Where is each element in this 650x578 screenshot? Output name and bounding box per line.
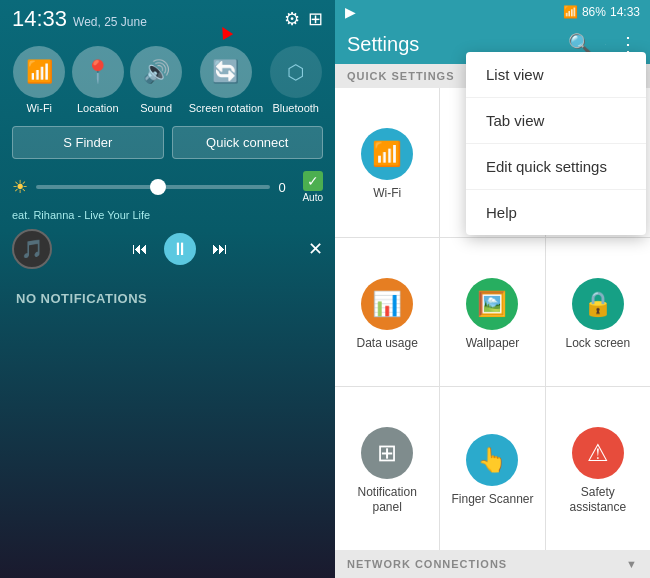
wifi-grid-label: Wi-Fi — [373, 186, 401, 200]
media-close-button[interactable]: ✕ — [308, 238, 323, 260]
no-notifications: NO NOTIFICATIONS — [0, 277, 335, 320]
grid-item-finger-scanner[interactable]: 👆 Finger Scanner — [440, 387, 544, 550]
notification-panel-grid-icon: ⊞ — [361, 427, 413, 479]
bluetooth-icon: ⬡ — [270, 46, 322, 98]
brightness-slider[interactable] — [36, 185, 270, 189]
grid-item-notification-panel[interactable]: ⊞ Notification panel — [335, 387, 439, 550]
quick-icon-bluetooth[interactable]: ⬡ Bluetooth — [270, 46, 322, 114]
auto-label: Auto — [302, 192, 323, 203]
grid-item-lock-screen[interactable]: 🔒 Lock screen — [546, 238, 650, 387]
right-status-icons: 📶 86% 14:33 — [563, 5, 640, 19]
menu-item-help[interactable]: Help — [466, 190, 646, 235]
quick-icon-rotation[interactable]: 🔄 Screen rotation — [189, 46, 264, 114]
grid-icon[interactable]: ⊞ — [308, 8, 323, 30]
menu-item-tab-view[interactable]: Tab view — [466, 98, 646, 144]
quick-icons-bar: 📶 Wi-Fi 📍 Location 🔊 Sound 🔄 Screen rota… — [0, 38, 335, 118]
check-icon: ✓ — [303, 171, 323, 191]
right-status-bar: ▶ 📶 86% 14:33 — [335, 0, 650, 24]
sound-icon: 🔊 — [130, 46, 182, 98]
wallpaper-grid-icon: 🖼️ — [466, 278, 518, 330]
quick-icon-location[interactable]: 📍 Location — [72, 46, 124, 114]
settings-title: Settings — [347, 33, 419, 56]
brightness-row: ☀ 0 ✓ Auto — [0, 167, 335, 207]
grid-item-data-usage[interactable]: 📊 Data usage — [335, 238, 439, 387]
pause-button[interactable]: ⏸ — [164, 233, 196, 265]
media-controls: ⏮ ⏸ ⏭ — [62, 233, 298, 265]
media-track: eat. Rihanna - Live Your Life — [0, 207, 335, 221]
media-player-area: eat. Rihanna - Live Your Life 🎵 ⏮ ⏸ ⏭ ✕ — [0, 207, 335, 277]
network-footer-label: NETWORK CONNECTIONS — [347, 558, 507, 570]
album-art: 🎵 — [12, 229, 52, 269]
finger-scanner-grid-label: Finger Scanner — [451, 492, 533, 506]
grid-item-wallpaper[interactable]: 🖼️ Wallpaper — [440, 238, 544, 387]
wallpaper-grid-label: Wallpaper — [466, 336, 520, 350]
time-display: 14:33 — [12, 6, 67, 32]
status-bar: 14:33 Wed, 25 June ⚙ ⊞ — [0, 0, 335, 38]
signal-icon: 📶 — [563, 5, 578, 19]
right-time: 14:33 — [610, 5, 640, 19]
rotation-icon: 🔄 — [200, 46, 252, 98]
data-usage-grid-icon: 📊 — [361, 278, 413, 330]
wifi-icon: 📶 — [13, 46, 65, 98]
lock-screen-grid-label: Lock screen — [565, 336, 630, 350]
menu-item-edit-quick-settings[interactable]: Edit quick settings — [466, 144, 646, 190]
brightness-value: 0 — [278, 180, 294, 195]
grid-item-safety[interactable]: ⚠ Safety assistance — [546, 387, 650, 550]
gear-icon[interactable]: ⚙ — [284, 8, 300, 30]
dropdown-menu: List view Tab view Edit quick settings H… — [466, 52, 646, 235]
left-panel: 14:33 Wed, 25 June ⚙ ⊞ ▲ 📶 Wi-Fi 📍 Locat… — [0, 0, 335, 578]
auto-check[interactable]: ✓ Auto — [302, 171, 323, 203]
battery-display: 86% — [582, 5, 606, 19]
safety-grid-label: Safety assistance — [554, 485, 642, 514]
network-footer: NETWORK CONNECTIONS ▼ — [335, 550, 650, 578]
sfinder-button[interactable]: S Finder — [12, 126, 164, 159]
grid-item-wifi[interactable]: 📶 Wi-Fi — [335, 88, 439, 237]
date-display: Wed, 25 June — [73, 15, 147, 29]
brightness-icon: ☀ — [12, 176, 28, 198]
right-panel: ▶ 📶 86% 14:33 Settings 🔍 | ⋮ QUICK SETTI… — [335, 0, 650, 578]
play-icon: ▶ — [345, 4, 356, 20]
quick-connect-button[interactable]: Quick connect — [172, 126, 324, 159]
next-button[interactable]: ⏭ — [204, 233, 236, 265]
finger-scanner-grid-icon: 👆 — [466, 434, 518, 486]
location-icon: 📍 — [72, 46, 124, 98]
data-usage-grid-label: Data usage — [356, 336, 417, 350]
action-buttons: S Finder Quick connect — [0, 118, 335, 167]
chevron-down-icon: ▼ — [626, 558, 638, 570]
menu-item-list-view[interactable]: List view — [466, 52, 646, 98]
quick-icon-wifi[interactable]: 📶 Wi-Fi — [13, 46, 65, 114]
prev-button[interactable]: ⏮ — [124, 233, 156, 265]
safety-grid-icon: ⚠ — [572, 427, 624, 479]
media-player: 🎵 ⏮ ⏸ ⏭ ✕ — [0, 221, 335, 277]
notification-panel-grid-label: Notification panel — [343, 485, 431, 514]
brightness-thumb — [150, 179, 166, 195]
lock-screen-grid-icon: 🔒 — [572, 278, 624, 330]
quick-icon-sound[interactable]: 🔊 Sound — [130, 46, 182, 114]
wifi-grid-icon: 📶 — [361, 128, 413, 180]
